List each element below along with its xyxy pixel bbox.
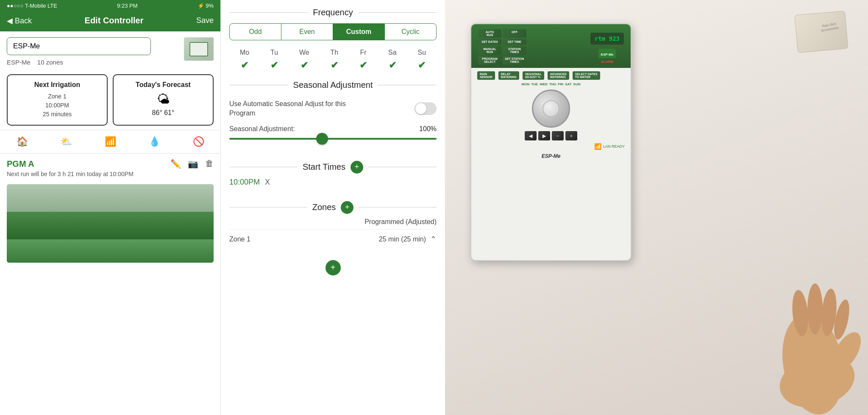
day-col-fr[interactable]: Fr ✔ [359,49,367,71]
add-start-time-button[interactable]: + [351,161,363,174]
select-dates-btn[interactable]: SELECT DATESTO WATER [573,71,600,80]
seasonal-section-header: Seasonal Adjustment [221,73,445,94]
zones-divider-right [359,207,437,208]
next-irrigation-card[interactable]: Next Irrigation Zone 1 10:00PM 25 minute… [7,74,108,126]
seasonal-adj-value: 100% [419,125,437,133]
frequency-title: Frequency [313,8,353,17]
wifi-status-icon: 📶 [594,143,601,150]
nav-left-btn[interactable]: ◀ [525,131,537,140]
day-indicator-mon: MON [522,82,530,86]
battery-text: ⚡ 9% [198,3,214,9]
save-button[interactable]: Save [196,16,214,25]
pgm-edit-button[interactable]: ✏️ [170,159,181,169]
controller-display: rtm 923 [590,33,624,45]
sensor-icon: 🚫 [193,136,204,147]
seasonal-divider-right [378,85,437,85]
delay-watering-btn[interactable]: DELAYWATERING [498,71,519,80]
seasonal-section: Use Automatic Seasonal Adjust for this P… [221,94,445,153]
toggle-knob [415,103,426,114]
divider-line-right [358,12,437,13]
seasonal-title: Seasonal Adjustment [293,80,373,90]
nav-plus-btn[interactable]: + [565,131,577,140]
seasonal-toggle-row: Use Automatic Seasonal Adjust for this P… [229,99,437,118]
back-label: ◀ Back [7,16,32,25]
auto-run-btn[interactable]: AUTORUN [478,29,501,38]
set-station-btn[interactable]: SET STATIONTIMES [503,56,526,64]
alarm-label: ALARM [601,60,613,64]
controller-name-input[interactable] [7,37,151,55]
seasonal-adj-btn[interactable]: SEASONALADJUST % [523,71,544,80]
day-col-tu[interactable]: Tu ✔ [270,49,278,71]
set-dates-btn[interactable]: SET DATES [478,39,501,45]
start-times-content: 10:00PM X [221,178,445,193]
forecast-card[interactable]: Today's Forecast 🌤 86° 61° [113,74,214,126]
station-times-btn[interactable]: STATIONTIMES [503,46,526,55]
day-col-mo[interactable]: Mo ✔ [240,49,249,71]
tab-bar: 🏠 ⛅ 📶 💧 🚫 [0,130,220,154]
pgm-section: PGM A ✏️ 📷 🗑 Next run will be for 3 h 21… [0,154,220,181]
controller-logo: ESP-Me [477,153,625,159]
freq-tab-even[interactable]: Even [281,24,333,40]
rain-sensor-btn[interactable]: RAINSENSOR [477,71,495,80]
tab-home[interactable]: 🏠 [0,133,44,151]
tab-wifi[interactable]: 📶 [88,133,132,151]
nav-minus-btn[interactable]: − [552,131,564,140]
next-irrigation-title: Next Irrigation [13,81,102,89]
days-row: Mo ✔ Tu ✔ We ✔ Th ✔ Fr ✔ Sa ✔ Su ✔ [221,45,445,73]
day-col-sa[interactable]: Sa ✔ [388,49,397,71]
pgm-subtitle: Next run will be for 3 h 21 min today at… [7,171,214,177]
dial-inner [542,100,559,117]
start-time-remove-button[interactable]: X [265,178,270,187]
freq-tab-custom[interactable]: Custom [333,24,384,40]
display-text: rtm 923 [595,35,620,42]
device-label: ESP-Me [7,59,31,66]
svg-point-4 [807,283,823,334]
zones-header-row: Programmed (Adjusted) [229,218,437,226]
day-col-su[interactable]: Su ✔ [417,49,426,71]
zone-1-expand-button[interactable]: ⌃ [430,235,437,244]
nav-right-btn[interactable]: ▶ [538,131,550,140]
day-col-th[interactable]: Th ✔ [331,49,339,71]
weather-temp: 86° 61° [119,109,208,117]
bag-label: Rain Birdaccessories [820,22,839,34]
accessory-bag: Rain Birdaccessories [766,8,851,59]
tab-weather[interactable]: ⛅ [44,133,88,151]
pgm-camera-button[interactable]: 📷 [188,159,198,169]
controller-brand-label: ESP-Me [601,53,614,56]
tab-sensor[interactable]: 🚫 [176,133,220,151]
weather-icon: 🌤 [119,92,208,107]
advanced-watering-btn[interactable]: ADVANCEDWATERING [548,71,569,80]
time-text: 9:23 PM [117,3,137,9]
slider-thumb[interactable] [316,133,328,145]
off-btn[interactable]: OFF [503,29,526,38]
program-select-btn[interactable]: PROGRAMSELECT [478,56,501,64]
start-times-title: Start Times [303,162,345,172]
day-indicator-wed: WED [540,82,548,86]
manual-run-btn[interactable]: MANUALRUN [478,46,501,55]
nav-bar: ◀ Back Edit Controller Save [0,11,220,31]
freq-tab-odd[interactable]: Odd [230,24,281,40]
add-more-zones-button[interactable]: + [326,260,341,275]
seasonal-slider[interactable] [229,138,437,140]
freq-tab-cyclic[interactable]: Cyclic [384,24,436,40]
controller-dial[interactable] [532,90,570,128]
add-zone-button[interactable]: + [341,201,353,214]
controller-section: ESP-Me 10 zones [0,31,220,70]
day-col-we[interactable]: We ✔ [299,49,309,71]
wifi-icon: 📶 [105,136,116,147]
seasonal-toggle-switch[interactable] [415,102,437,115]
zone-row-1[interactable]: Zone 1 25 min (25 min) ⌃ [229,229,437,249]
start-times-divider-left [229,167,298,167]
start-time-value[interactable]: 10:00PM [229,178,260,187]
next-irrigation-time: 10:00PM [13,101,102,110]
zones-programmed-label: Programmed (Adjusted) [364,218,437,226]
set-time-btn[interactable]: SET TIME [503,39,526,45]
back-button[interactable]: ◀ Back [7,16,32,25]
start-time-row: 10:00PM X [229,178,437,187]
pgm-trash-button[interactable]: 🗑 [205,159,214,169]
carrier-text: ●●○○○ T-Mobile LTE [7,3,57,9]
middle-panel: Frequency Odd Even Custom Cyclic Mo ✔ Tu… [220,0,445,415]
device-zones: 10 zones [37,59,63,66]
tab-watering[interactable]: 💧 [132,133,176,151]
zone-1-time: 25 min (25 min) [379,236,426,243]
